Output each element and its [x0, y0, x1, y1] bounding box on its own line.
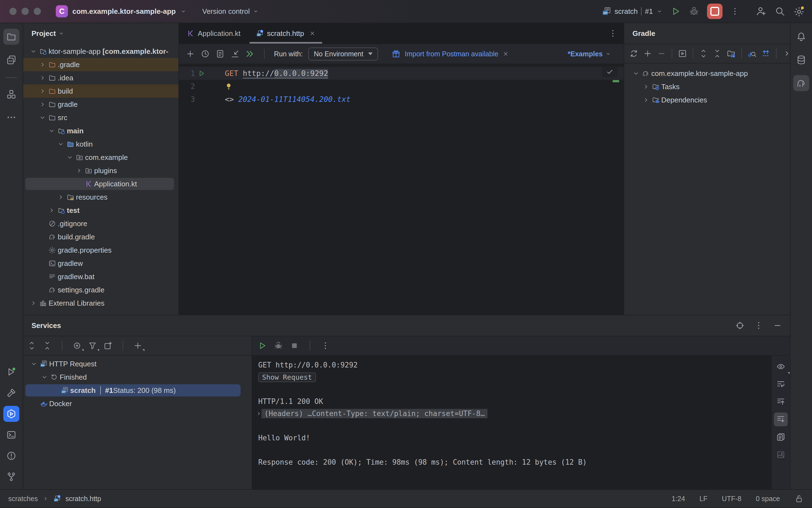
window-minimize-button[interactable] [22, 8, 29, 15]
service-finished-group[interactable]: Finished [23, 371, 252, 384]
tree-item-gitignore[interactable]: .gitignore [23, 217, 178, 230]
line-separator[interactable]: LF [699, 495, 707, 503]
notifications-tool-button[interactable] [793, 29, 809, 45]
history-icon[interactable] [201, 49, 210, 58]
analyze-dependencies-icon[interactable] [747, 49, 757, 58]
run-task-icon[interactable] [678, 49, 687, 58]
vcs-menu[interactable]: Version control [202, 7, 259, 16]
stop-icon[interactable] [290, 341, 299, 350]
debug-icon[interactable] [689, 6, 699, 16]
services-tool-button[interactable] [3, 406, 19, 422]
search-icon[interactable] [774, 6, 785, 17]
offline-mode-icon[interactable] [761, 49, 771, 58]
tree-item-idea[interactable]: .idea [23, 71, 178, 84]
minus-icon[interactable] [657, 49, 666, 58]
close-icon[interactable] [502, 50, 509, 57]
code-editor[interactable]: 1 GET http://0.0.0.0:9292 2 [179, 64, 624, 315]
tree-item-gradle-cache[interactable]: .gradle [23, 58, 178, 71]
tree-item-plugins[interactable]: plugins [23, 164, 178, 177]
gradle-tool-button[interactable] [793, 75, 809, 91]
structure-tool-button[interactable] [3, 86, 19, 102]
tree-item-project-root[interactable]: ktor-sample-app [com.example.ktor- [23, 45, 178, 58]
import-icon[interactable] [230, 49, 240, 58]
tree-item-main[interactable]: main [23, 124, 178, 137]
clipboard-icon[interactable] [774, 430, 788, 444]
scroll-top-icon[interactable] [774, 395, 788, 409]
breadcrumb-file[interactable]: scratch.http [66, 495, 101, 503]
filter-icon[interactable] [88, 341, 97, 350]
target-icon[interactable] [735, 321, 744, 330]
fold-expand-icon[interactable] [255, 410, 262, 417]
version-control-tool-button[interactable] [3, 469, 19, 485]
environment-select[interactable]: No Environment [308, 47, 378, 60]
terminal-tool-button[interactable] [3, 427, 19, 443]
run-all-icon[interactable] [245, 49, 255, 58]
http-response-console[interactable]: GET http://0.0.0.0:9292 Show Request HTT… [252, 355, 771, 489]
expand-all-icon[interactable] [27, 341, 36, 350]
tree-item-build[interactable]: build [23, 84, 178, 98]
run-tool-button[interactable] [3, 364, 19, 380]
lightbulb-icon[interactable] [225, 83, 233, 90]
tab-application-kt[interactable]: Application.kt [179, 23, 248, 44]
file-encoding[interactable]: UTF-8 [722, 495, 741, 503]
window-close-button[interactable] [9, 8, 16, 15]
new-tab-icon[interactable] [103, 341, 113, 350]
gradle-root-node[interactable]: com.example.ktor-sample-app [624, 67, 790, 80]
tree-item-gradlew[interactable]: gradlew [23, 257, 178, 270]
project-tool-button[interactable] [3, 29, 19, 45]
project-widget[interactable]: C com.example.ktor-sample-app [56, 5, 187, 17]
tree-item-com-example[interactable]: com.example [23, 151, 178, 164]
debug-icon[interactable] [274, 341, 283, 350]
tree-item-gradle-properties[interactable]: gradle.properties [23, 244, 178, 257]
add-service-icon[interactable] [133, 341, 143, 350]
collapse-all-icon[interactable] [43, 341, 52, 350]
more-vertical-icon[interactable] [754, 321, 763, 330]
group-modules-icon[interactable] [726, 49, 736, 58]
caret-position[interactable]: 1:24 [672, 495, 685, 503]
expand-all-icon[interactable] [699, 49, 708, 58]
add-request-icon[interactable] [186, 49, 195, 58]
commit-tool-button[interactable] [3, 52, 19, 68]
settings-icon[interactable] [793, 5, 805, 17]
stop-icon[interactable] [707, 4, 723, 19]
database-tool-button[interactable] [793, 52, 809, 68]
more-tool-windows-button[interactable] [3, 109, 19, 125]
scroll-end-icon[interactable] [774, 413, 788, 426]
copy-icon[interactable] [215, 49, 225, 58]
more-vertical-icon[interactable] [730, 7, 740, 16]
tree-item-resources[interactable]: resources [23, 190, 178, 204]
unlocked-icon[interactable] [794, 494, 804, 503]
breadcrumb-scratches[interactable]: scratches [8, 495, 38, 503]
tab-scratch-http[interactable]: API scratch.http [248, 23, 323, 44]
tree-item-gradlew-bat[interactable]: gradlew.bat [23, 270, 178, 283]
problems-tool-button[interactable] [3, 448, 19, 464]
collapse-all-icon[interactable] [713, 49, 722, 58]
postman-import-banner[interactable]: Import from Postman available [391, 49, 509, 58]
eye-icon[interactable] [774, 359, 788, 373]
gradle-dependencies-node[interactable]: Dependencies [624, 93, 790, 107]
hide-panel-icon[interactable] [773, 321, 782, 330]
image-icon[interactable] [774, 448, 788, 462]
run-configuration-widget[interactable]: API scratch #1 [602, 7, 663, 16]
tree-item-gradle-dir[interactable]: gradle [23, 98, 178, 111]
plus-icon[interactable] [643, 49, 652, 58]
run-request-icon[interactable] [198, 70, 205, 77]
service-http-request[interactable]: API HTTP Request [23, 357, 252, 371]
console-headers-folded[interactable]: (Headers) …Content-Type: text/plain; cha… [258, 408, 771, 420]
add-user-icon[interactable] [756, 6, 767, 17]
show-request-link[interactable]: Show Request [258, 373, 316, 382]
service-scratch-run[interactable]: API scratch #1 Status: 200 (98 ms) [23, 384, 252, 397]
tree-item-kotlin[interactable]: kotlin [23, 137, 178, 151]
run-icon[interactable] [671, 6, 681, 16]
more-vertical-icon[interactable] [321, 341, 330, 350]
examples-dropdown[interactable]: *Examples [568, 50, 611, 58]
refresh-icon[interactable] [629, 49, 639, 58]
response-file-link[interactable]: 2024-01-11T114054.200.txt [238, 95, 351, 103]
inspections-widget[interactable] [602, 66, 617, 77]
rerun-icon[interactable] [258, 341, 267, 350]
indent-style[interactable]: 0 space [756, 495, 780, 503]
group-by-icon[interactable] [72, 341, 82, 350]
gradle-tasks-node[interactable]: Tasks [624, 80, 790, 93]
soft-wrap-icon[interactable] [774, 377, 788, 391]
project-panel-header[interactable]: Project [23, 23, 178, 44]
